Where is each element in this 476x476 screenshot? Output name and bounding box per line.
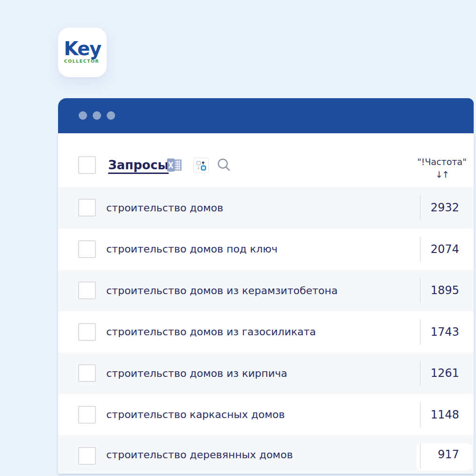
column-divider <box>420 237 421 262</box>
column-divider <box>420 319 421 345</box>
frequency-value: 917 <box>438 435 459 474</box>
window-body: Запросы <box>58 133 474 474</box>
row-checkbox[interactable] <box>78 447 96 465</box>
frequency-value: 1148 <box>431 394 459 436</box>
window-dots <box>79 111 115 120</box>
column-divider <box>420 361 421 386</box>
sort-icon[interactable]: ↓↑ <box>417 169 467 180</box>
excel-export-icon[interactable] <box>166 157 183 173</box>
query-text: строительство домов под ключ <box>106 229 278 270</box>
row-checkbox[interactable] <box>78 406 96 424</box>
frequency-value: 2932 <box>431 187 459 229</box>
table-row: строительство деревянных домов 917 <box>58 435 474 474</box>
column-divider <box>420 278 421 303</box>
logo-subtitle: COLLECTOR <box>64 58 99 64</box>
window-dot-icon <box>93 111 101 120</box>
query-text: строительство каркасных домов <box>106 394 285 436</box>
frequency-value: 2074 <box>431 229 459 270</box>
logo-title: Key <box>58 38 107 59</box>
frequency-column-header[interactable]: "!Частота" ↓↑ <box>417 157 467 180</box>
column-divider <box>420 443 421 469</box>
app-logo: Key COLLECTOR <box>58 28 107 77</box>
transfer-phrases-icon[interactable] <box>193 158 209 173</box>
query-text: строительство домов из кирпича <box>106 353 287 394</box>
table-row: строительство домов из кирпича 1261 <box>58 353 474 394</box>
frequency-value: 1261 <box>431 353 459 394</box>
row-checkbox[interactable] <box>78 199 96 216</box>
frequency-value: 1743 <box>431 311 459 353</box>
row-checkbox[interactable] <box>78 323 96 341</box>
column-divider <box>420 402 421 427</box>
window-dot-icon <box>107 111 115 120</box>
table-row: строительство домов из газосиликата 1743 <box>58 311 474 353</box>
table-row: строительство домов из керамзитобетона 1… <box>58 270 474 311</box>
frequency-value: 1895 <box>431 270 459 311</box>
search-icon[interactable] <box>216 158 231 173</box>
select-all-checkbox[interactable] <box>78 156 96 174</box>
column-divider <box>420 195 421 220</box>
table-row: строительство домов под ключ 2074 <box>58 229 474 270</box>
query-text: строительство домов из керамзитобетона <box>106 270 337 311</box>
query-text: строительство деревянных домов <box>106 435 293 474</box>
window-titlebar <box>58 98 474 133</box>
row-checkbox[interactable] <box>78 240 96 258</box>
row-checkbox[interactable] <box>78 281 96 299</box>
frequency-column-label[interactable]: "!Частота" <box>417 157 467 167</box>
window-dot-icon <box>79 111 87 120</box>
query-text: строительство домов из газосиликата <box>106 311 316 353</box>
table-row: строительство каркасных домов 1148 <box>58 394 474 436</box>
query-text: строительство домов <box>106 187 223 229</box>
queries-column-header[interactable]: Запросы <box>108 158 168 172</box>
page: Key COLLECTOR Запросы <box>0 0 476 476</box>
row-checkbox[interactable] <box>78 364 96 382</box>
table-row: строительство домов 2932 <box>58 187 474 229</box>
